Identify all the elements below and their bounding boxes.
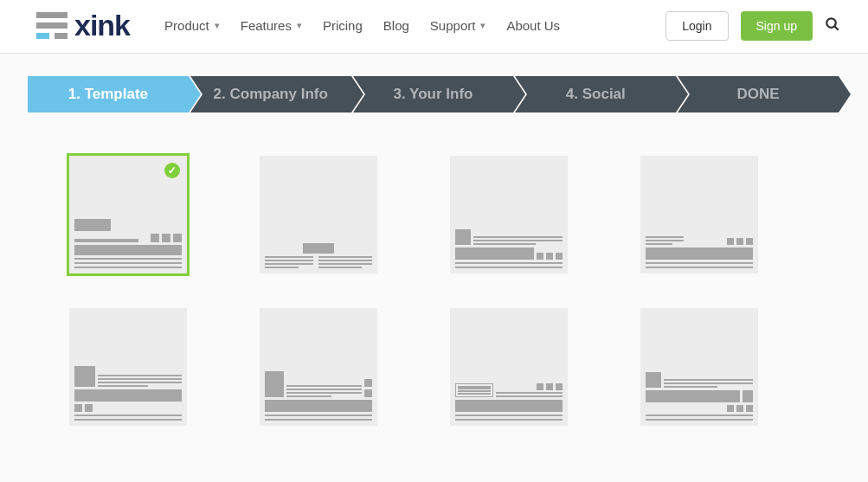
chevron-down-icon: ▾ <box>297 20 302 31</box>
step-label: 3. Your Info <box>394 86 473 103</box>
template-card[interactable] <box>640 156 758 273</box>
template-thumbnail-icon <box>646 372 753 421</box>
svg-line-1 <box>834 26 839 30</box>
nav-support-label: Support <box>430 18 476 33</box>
nav-product-label: Product <box>164 18 209 33</box>
chevron-down-icon: ▾ <box>215 20 220 31</box>
nav-pricing-label: Pricing <box>323 18 363 33</box>
step-label: 2. Company Info <box>214 86 328 103</box>
template-card[interactable] <box>640 308 758 426</box>
nav-product[interactable]: Product ▾ <box>164 18 220 33</box>
template-thumbnail-icon <box>455 229 563 268</box>
logo-mark-icon <box>36 12 68 39</box>
check-icon: ✓ <box>164 163 180 178</box>
template-card[interactable] <box>69 308 187 426</box>
template-card[interactable] <box>260 156 377 273</box>
template-card[interactable] <box>450 156 568 273</box>
nav-features[interactable]: Features ▾ <box>241 18 302 33</box>
chevron-down-icon: ▾ <box>480 20 485 31</box>
step-done[interactable]: DONE <box>678 76 839 112</box>
step-label: 4. Social <box>566 86 626 103</box>
template-thumbnail-icon <box>455 383 563 421</box>
step-template[interactable]: 1. Template <box>28 76 189 112</box>
header-actions: Login Sign up <box>665 11 840 41</box>
logo[interactable]: xink <box>36 9 130 42</box>
step-company-info[interactable]: 2. Company Info <box>190 76 351 112</box>
nav-support[interactable]: Support ▾ <box>430 18 486 33</box>
nav-about-label: About Us <box>506 18 560 33</box>
nav-blog-label: Blog <box>383 18 409 33</box>
login-button[interactable]: Login <box>665 11 728 41</box>
nav-features-label: Features <box>241 18 292 33</box>
template-thumbnail-icon <box>74 366 182 421</box>
step-social[interactable]: 4. Social <box>515 76 676 112</box>
primary-nav: Product ▾ Features ▾ Pricing Blog Suppor… <box>164 18 665 33</box>
template-thumbnail-icon <box>265 371 372 421</box>
wizard-steps: 1. Template 2. Company Info 3. Your Info… <box>28 76 840 112</box>
template-grid: ✓ <box>69 156 868 426</box>
logo-text: xink <box>74 9 130 42</box>
step-label: DONE <box>737 86 780 103</box>
header: xink Product ▾ Features ▾ Pricing Blog S… <box>0 0 868 54</box>
nav-about[interactable]: About Us <box>506 18 560 33</box>
nav-pricing[interactable]: Pricing <box>323 18 363 33</box>
template-card[interactable]: ✓ <box>69 156 187 273</box>
template-card[interactable] <box>450 308 568 426</box>
template-card[interactable] <box>260 308 377 426</box>
step-your-info[interactable]: 3. Your Info <box>353 76 514 112</box>
svg-point-0 <box>826 18 836 28</box>
template-thumbnail-icon <box>646 236 753 268</box>
signup-button[interactable]: Sign up <box>741 11 813 41</box>
step-label: 1. Template <box>68 86 148 103</box>
template-thumbnail-icon <box>74 219 182 268</box>
nav-blog[interactable]: Blog <box>383 18 409 33</box>
template-thumbnail-icon <box>265 243 372 268</box>
search-icon[interactable] <box>825 16 840 35</box>
